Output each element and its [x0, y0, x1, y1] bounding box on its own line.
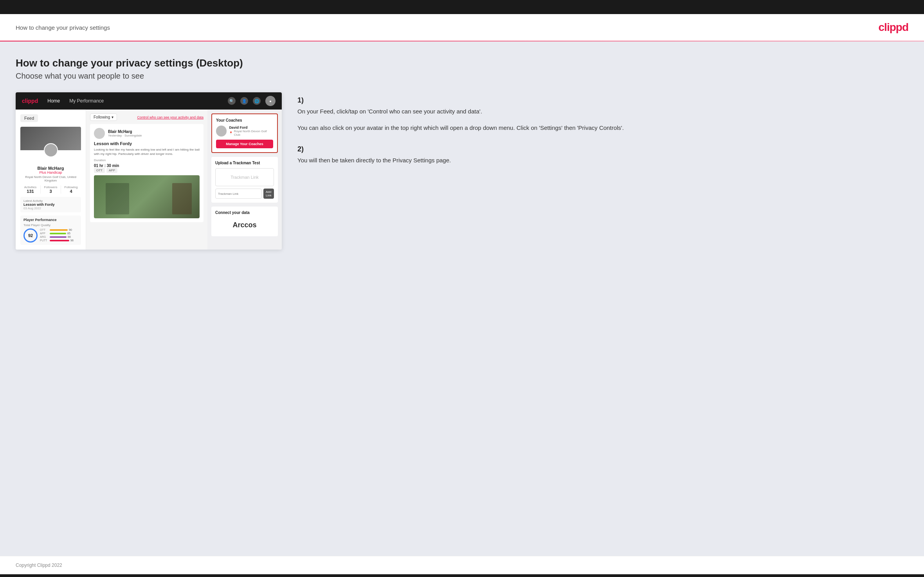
profile-avatar: [44, 143, 58, 157]
control-privacy-link[interactable]: Control who can see your activity and da…: [137, 115, 204, 119]
page-title: How to change your privacy settings (Des…: [16, 57, 908, 69]
feed-user-info: Blair McHarg Yesterday · Sunningdale: [108, 129, 142, 137]
feed-duration-label: Duration: [94, 158, 200, 162]
manage-coaches-button[interactable]: Manage Your Coaches: [216, 140, 273, 148]
player-perf-body: 92 OTT 90 APP 85: [23, 228, 78, 243]
trackman-input-row: Add Link: [215, 189, 274, 199]
quality-score: 92: [23, 228, 38, 243]
top-bar: [0, 0, 924, 14]
feed-activity-desc: Looking to feel like my hands are exitin…: [94, 147, 200, 156]
latest-activity-name: Lesson with Fordy: [23, 203, 78, 207]
avatar-btn[interactable]: ●: [265, 96, 276, 106]
copyright-text: Copyright Clippd 2022: [16, 563, 62, 568]
feed-duration-value: 01 hr : 30 min: [94, 164, 200, 168]
step-2: 2) You will then be taken directly to th…: [297, 145, 908, 165]
feed-user-name: Blair McHarg: [108, 129, 142, 134]
feed-user-location: Yesterday · Sunningdale: [108, 134, 142, 137]
following-button[interactable]: Following ▾: [90, 113, 117, 121]
feed-header: Following ▾ Control who can see your act…: [90, 113, 204, 121]
latest-activity: Latest Activity Lesson with Fordy 03 Aug…: [20, 197, 81, 212]
stat-following-value: 4: [61, 189, 81, 194]
stat-following: Following 4: [61, 185, 81, 194]
mockup-nav-home[interactable]: Home: [47, 98, 60, 104]
coaches-card: Your Coaches David Ford 📍 Royal North De…: [212, 114, 277, 152]
bar-app: APP 85: [40, 232, 78, 235]
step1-number: 1): [297, 96, 908, 104]
step1-text-secondary: You can also click on your avatar in the…: [297, 123, 908, 133]
connect-data-card: Connect your data Arccos: [211, 207, 278, 236]
mockup-logo: clippd: [22, 98, 38, 104]
mockup-right-panel: Your Coaches David Ford 📍 Royal North De…: [207, 110, 282, 250]
profile-stats: Activities 131 Followers 3 Following 4: [20, 185, 81, 194]
breadcrumb: How to change your privacy settings: [16, 24, 110, 31]
main-content: How to change your privacy settings (Des…: [0, 41, 924, 556]
mockup-nav-performance[interactable]: My Performance: [69, 98, 104, 104]
bar-ott: OTT 90: [40, 228, 78, 231]
trackman-card: Upload a Trackman Test Trackman Link Add…: [211, 157, 278, 203]
profile-name: Blair McHarg: [20, 166, 81, 171]
stat-activities: Activities 131: [20, 185, 40, 194]
coaches-title: Your Coaches: [216, 118, 273, 122]
trackman-title: Upload a Trackman Test: [215, 161, 274, 165]
content-grid: clippd Home My Performance 🔍 👤 🌐 ● Feed: [16, 92, 908, 250]
add-link-button[interactable]: Add Link: [263, 189, 274, 199]
tag-ott: OTT: [94, 168, 105, 173]
globe-icon[interactable]: 🌐: [253, 97, 261, 105]
player-perf-title: Player Performance: [23, 218, 78, 222]
mockup-body: Feed Blair McHarg Plus Handicap Royal No…: [16, 110, 282, 250]
coach-club-name: Royal North Devon Golf Club: [234, 129, 273, 137]
trackman-placeholder: Trackman Link: [215, 168, 274, 186]
bottom-bar: [0, 574, 924, 577]
mockup-nav-icons: 🔍 👤 🌐 ●: [228, 96, 276, 106]
tag-app: APP: [106, 168, 117, 173]
coach-name: David Ford: [229, 126, 273, 129]
site-footer: Copyright Clippd 2022: [0, 556, 924, 574]
feed-user-avatar: [94, 128, 105, 139]
instructions: 1) On your Feed, click/tap on 'Control w…: [297, 92, 908, 178]
app-mockup: clippd Home My Performance 🔍 👤 🌐 ● Feed: [16, 92, 282, 250]
stat-following-label: Following: [61, 185, 81, 189]
latest-activity-label: Latest Activity: [23, 199, 78, 203]
profile-club: Royal North Devon Golf Club, United King…: [20, 175, 81, 182]
stat-followers-value: 3: [41, 189, 61, 194]
following-chevron-icon: ▾: [112, 115, 113, 119]
stat-followers: Followers 3: [41, 185, 61, 194]
arccos-label: Arccos: [215, 218, 274, 232]
clippd-logo: clippd: [879, 21, 908, 34]
profile-handicap: Plus Handicap: [20, 171, 81, 174]
profile-hero: [20, 127, 81, 150]
step-1: 1) On your Feed, click/tap on 'Control w…: [297, 96, 908, 133]
coach-info: David Ford 📍 Royal North Devon Golf Club: [229, 126, 273, 137]
feed-tags: OTT APP: [94, 168, 200, 173]
trackman-link-input[interactable]: [215, 189, 262, 199]
coach-club: 📍 Royal North Devon Golf Club: [229, 129, 273, 137]
perf-bars: OTT 90 APP 85 ARG: [40, 228, 78, 243]
feed-activity-title: Lesson with Fordy: [94, 141, 200, 146]
bar-putt: PUTT 96: [40, 239, 78, 242]
connect-title: Connect your data: [215, 210, 274, 215]
coach-avatar: [216, 126, 227, 137]
step2-text: You will then be taken directly to the P…: [297, 156, 908, 165]
search-icon[interactable]: 🔍: [228, 97, 236, 105]
page-subtitle: Choose what you want people to see: [16, 72, 908, 81]
following-label: Following: [94, 115, 110, 119]
mockup-nav: clippd Home My Performance 🔍 👤 🌐 ●: [16, 92, 282, 110]
location-icon: 📍: [229, 131, 233, 135]
player-performance: Player Performance Total Player Quality …: [20, 216, 81, 245]
latest-activity-date: 03 Aug 2022: [23, 207, 78, 210]
user-icon[interactable]: 👤: [240, 97, 248, 105]
mockup-sidebar: Feed Blair McHarg Plus Handicap Royal No…: [16, 110, 86, 250]
bar-arg: ARG 86: [40, 235, 78, 238]
feed-card-header: Blair McHarg Yesterday · Sunningdale: [94, 128, 200, 139]
feed-activity-image: [94, 175, 200, 218]
mockup-feed: Following ▾ Control who can see your act…: [86, 110, 207, 250]
stat-activities-label: Activities: [20, 185, 40, 189]
feed-tab[interactable]: Feed: [20, 114, 38, 122]
total-quality-label: Total Player Quality: [23, 223, 78, 227]
step2-number: 2): [297, 145, 908, 153]
feed-card: Blair McHarg Yesterday · Sunningdale Les…: [90, 124, 204, 222]
coach-row: David Ford 📍 Royal North Devon Golf Club: [216, 126, 273, 137]
stat-activities-value: 131: [20, 189, 40, 194]
stat-followers-label: Followers: [41, 185, 61, 189]
site-header: How to change your privacy settings clip…: [0, 14, 924, 41]
